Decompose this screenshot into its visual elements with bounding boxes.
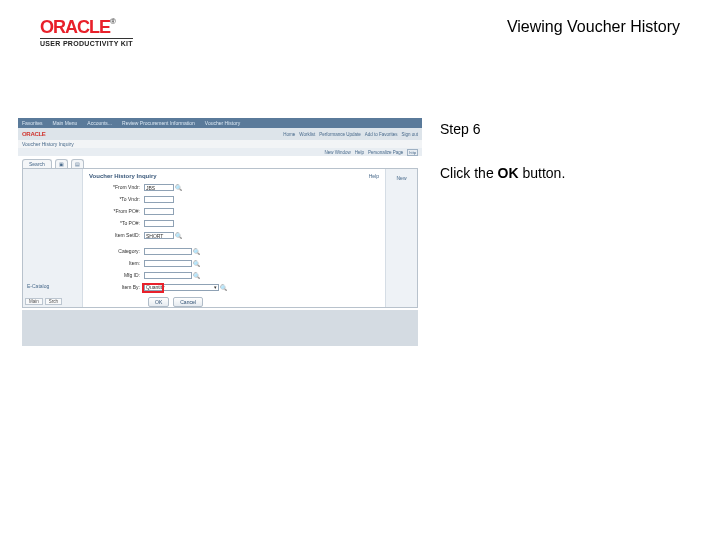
panel-left-sidebar: E-Catalog Main Srch — [23, 169, 83, 307]
embedded-screenshot: Favorites Main Menu Accounts... Review P… — [18, 118, 422, 338]
step-number: Step 6 — [440, 118, 702, 140]
nav-item[interactable]: Accounts... — [87, 120, 112, 126]
page-header: ORACLE® USER PRODUCTIVITY KIT Viewing Vo… — [40, 18, 680, 46]
input-from-vndr[interactable]: JBS — [144, 184, 174, 191]
panel-right-sidebar: New — [385, 169, 417, 307]
page-tabs: Search ▣ ▤ — [22, 158, 422, 168]
lbl-mfgid: Mfg ID: — [89, 272, 144, 278]
chevron-down-icon: ▾ — [214, 284, 218, 290]
upk-subtitle: USER PRODUCTIVITY KIT — [40, 38, 133, 47]
tab-icon-2[interactable]: ▤ — [71, 159, 84, 168]
cancel-button[interactable]: Cancel — [173, 297, 203, 307]
util-link[interactable]: Sign out — [401, 132, 418, 137]
input-category[interactable] — [144, 248, 192, 255]
tab-search[interactable]: Search — [22, 159, 52, 168]
panel-help-link[interactable]: Help — [369, 173, 379, 179]
util-link[interactable]: Worklist — [299, 132, 315, 137]
step-instruction: Click the OK button. — [440, 162, 702, 184]
input-item-setid[interactable]: SHORT — [144, 232, 174, 239]
lbl-to-po: *To PO#: — [89, 220, 144, 226]
lbl-item-setid: Item SetID: — [89, 232, 144, 238]
lookup-icon[interactable]: 🔍 — [175, 232, 182, 239]
lookup-icon[interactable]: 🔍 — [193, 260, 200, 267]
lbl-from-vndr: *From Vndr: — [89, 184, 144, 190]
nav-item[interactable]: Voucher History — [205, 120, 240, 126]
app-logo: ORACLE — [22, 131, 46, 137]
secondary-bar: New Window Help Personalize Page http — [18, 148, 422, 156]
sidebar-tab-main[interactable]: Main — [25, 298, 43, 305]
app-brandbar: ORACLE Home Worklist Performance Update … — [18, 128, 422, 140]
lookup-icon[interactable]: 🔍 — [175, 184, 182, 191]
nav-item[interactable]: Main Menu — [53, 120, 78, 126]
sidebar-link-ecatalog[interactable]: E-Catalog — [27, 283, 49, 289]
breadcrumb: Voucher History Inquiry — [18, 140, 422, 148]
main-panel: E-Catalog Main Srch Voucher History Inqu… — [22, 168, 418, 308]
http-icon: http — [407, 149, 418, 156]
link-new-window[interactable]: New Window — [325, 150, 351, 155]
oracle-logo-block: ORACLE® USER PRODUCTIVITY KIT — [40, 18, 133, 47]
util-links: Home Worklist Performance Update Add to … — [283, 132, 418, 137]
nav-item[interactable]: Review Procurement Information — [122, 120, 195, 126]
lbl-category: Category: — [89, 248, 144, 254]
instruction-panel: Step 6 Click the OK button. — [440, 118, 702, 338]
lookup-icon[interactable]: 🔍 — [193, 248, 200, 255]
content-row: Favorites Main Menu Accounts... Review P… — [18, 118, 702, 338]
secondary-links: New Window Help Personalize Page http — [325, 149, 418, 156]
util-link[interactable]: Performance Update — [319, 132, 361, 137]
input-mfgid[interactable] — [144, 272, 192, 279]
input-from-po[interactable] — [144, 208, 174, 215]
ok-button[interactable]: OK — [148, 297, 169, 307]
util-link[interactable]: Home — [283, 132, 295, 137]
app-topnav: Favorites Main Menu Accounts... Review P… — [18, 118, 422, 128]
lookup-icon[interactable]: 🔍 — [220, 284, 227, 291]
page-title: Viewing Voucher History — [507, 18, 680, 36]
select-item-by[interactable]: Quantity▾ — [144, 284, 219, 291]
right-col-label: New — [396, 175, 406, 181]
results-area — [22, 310, 418, 346]
lookup-icon[interactable]: 🔍 — [193, 272, 200, 279]
sidebar-tab-search[interactable]: Srch — [45, 298, 62, 305]
tab-icon-1[interactable]: ▣ — [55, 159, 68, 168]
lbl-item-by: Item By: — [89, 284, 144, 290]
nav-item[interactable]: Favorites — [22, 120, 43, 126]
link-help[interactable]: Help — [355, 150, 364, 155]
panel-title: Voucher History Inquiry — [89, 173, 157, 179]
lbl-to-vndr: *To Vndr: — [89, 196, 144, 202]
input-item[interactable] — [144, 260, 192, 267]
util-link[interactable]: Add to Favorites — [365, 132, 398, 137]
input-to-vndr[interactable] — [144, 196, 174, 203]
lbl-item: Item: — [89, 260, 144, 266]
panel-form: Voucher History Inquiry Help *From Vndr:… — [83, 169, 385, 307]
input-to-po[interactable] — [144, 220, 174, 227]
link-personalize[interactable]: Personalize Page — [368, 150, 403, 155]
lbl-from-po: *From PO#: — [89, 208, 144, 214]
oracle-logo: ORACLE® — [40, 18, 133, 36]
